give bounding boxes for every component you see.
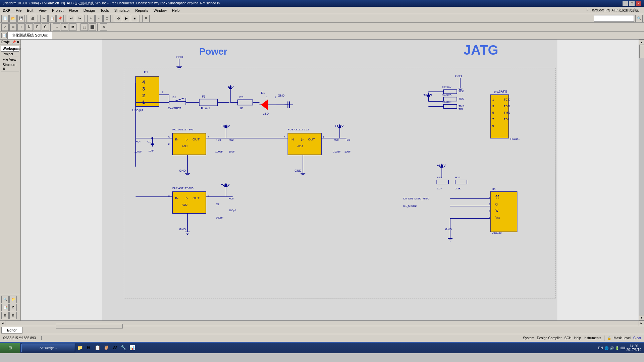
tb2-wire[interactable]: ⟋ bbox=[1, 23, 9, 31]
tool-4[interactable]: 🖹 bbox=[9, 304, 17, 311]
h-scrollbar[interactable]: ◄ ► bbox=[0, 320, 644, 326]
tb2-component[interactable]: C bbox=[42, 23, 49, 31]
tab-icon[interactable]: 📄 bbox=[1, 33, 7, 38]
scroll-right-btn[interactable]: ► bbox=[639, 321, 644, 326]
tool-2[interactable]: 📁 bbox=[9, 296, 17, 303]
scroll-up-btn[interactable]: ▲ bbox=[639, 40, 644, 45]
tb-open[interactable]: 📂 bbox=[9, 15, 17, 22]
tray-keyboard[interactable]: ⌨ bbox=[621, 346, 625, 350]
menu-reports[interactable]: Reports bbox=[132, 7, 151, 14]
tb-redo[interactable]: ↪ bbox=[76, 15, 83, 22]
status-instruments[interactable]: Instruments bbox=[584, 336, 601, 340]
svg-rect-50 bbox=[172, 133, 206, 155]
status-sch[interactable]: SCH bbox=[565, 336, 572, 340]
menu-simulator[interactable]: Simulator bbox=[112, 7, 132, 14]
tb2-select[interactable]: ⬚ bbox=[80, 23, 88, 31]
schematic[interactable]: Power JATG GND P1 4 3 2 1 USB接? bbox=[21, 40, 639, 320]
svg-text:2: 2 bbox=[142, 93, 145, 98]
h-scroll-thumb[interactable] bbox=[56, 324, 123, 328]
search-box[interactable] bbox=[594, 15, 634, 22]
tb-zoom-out[interactable]: - bbox=[95, 15, 103, 22]
tb2-deselect[interactable]: ⬛ bbox=[89, 23, 96, 31]
start-button[interactable]: ⊞ bbox=[0, 343, 20, 353]
tb-cross[interactable]: ✕ bbox=[142, 15, 150, 22]
taskbar-icon-explorer[interactable]: 📁 bbox=[76, 344, 84, 352]
menu-project[interactable]: Project bbox=[49, 7, 66, 14]
taskbar-icon-word[interactable]: W bbox=[111, 344, 119, 352]
svg-text:JATG: JATG bbox=[499, 89, 507, 93]
tb-undo[interactable]: ↩ bbox=[68, 15, 75, 22]
tb2-flip[interactable]: ⇌ bbox=[69, 23, 76, 31]
tb-cut[interactable]: ✂ bbox=[40, 15, 48, 22]
tb-run[interactable]: ▶ bbox=[123, 15, 130, 22]
taskbar-icon-owl[interactable]: 🦉 bbox=[102, 344, 110, 352]
menu-window[interactable]: Window bbox=[151, 7, 169, 14]
tb-save[interactable]: 💾 bbox=[17, 15, 25, 22]
tb-zoom-in[interactable]: + bbox=[87, 15, 95, 22]
panel-tab-fileview[interactable]: File View bbox=[1, 57, 19, 62]
tb2-netlabel[interactable]: N bbox=[25, 23, 33, 31]
menu-tools[interactable]: Tools bbox=[98, 7, 112, 14]
scroll-thumb[interactable] bbox=[639, 45, 644, 58]
taskbar-icon-tool[interactable]: 🔧 bbox=[119, 344, 127, 352]
maximize-btn[interactable]: □ bbox=[629, 1, 635, 6]
taskbar-app-1[interactable]: Alt+Design... bbox=[21, 344, 75, 352]
tb2-align[interactable]: ↔ bbox=[53, 23, 60, 31]
menu-help[interactable]: Help bbox=[169, 7, 182, 14]
tab-schematic[interactable]: 老化测试系统 SchDoc bbox=[7, 32, 52, 39]
tb2-rotate[interactable]: ↻ bbox=[61, 23, 68, 31]
canvas-area[interactable]: Power JATG GND P1 4 3 2 1 USB接? bbox=[21, 40, 639, 320]
tb-copy[interactable]: 📋 bbox=[48, 15, 56, 22]
tray-volume[interactable]: 🔊 bbox=[610, 346, 614, 350]
tb2-bus[interactable]: ═ bbox=[9, 23, 17, 31]
menu-edit[interactable]: Edit bbox=[24, 7, 36, 14]
panel-close[interactable]: ✕ bbox=[16, 40, 19, 44]
svg-text:5: 5 bbox=[492, 111, 494, 114]
status-system[interactable]: System bbox=[523, 336, 534, 340]
tb2-cross[interactable]: ✕ bbox=[100, 23, 107, 31]
editor-tab[interactable]: Editor bbox=[1, 327, 22, 334]
menu-place[interactable]: Place bbox=[66, 7, 81, 14]
panel-tab-workspace[interactable]: Workspace bbox=[1, 46, 19, 52]
menu-view[interactable]: View bbox=[36, 7, 49, 14]
taskbar-icon-monitor[interactable]: 🖥 bbox=[85, 344, 93, 352]
tray-en[interactable]: EN bbox=[598, 346, 603, 350]
tool-1[interactable]: 🔍 bbox=[1, 296, 9, 303]
panel-tab-structure[interactable]: Structure E bbox=[1, 62, 19, 71]
tb-compile[interactable]: ⚙ bbox=[115, 15, 122, 22]
tray-battery[interactable]: 🔋 bbox=[615, 346, 619, 350]
scroll-track[interactable] bbox=[639, 45, 644, 315]
menu-design[interactable]: Design bbox=[81, 7, 98, 14]
search-btn[interactable]: 🔍 bbox=[635, 15, 643, 22]
tb-zoom-fit[interactable]: ⊡ bbox=[103, 15, 111, 22]
close-btn[interactable]: ✕ bbox=[636, 1, 641, 6]
tool-6[interactable]: ⊟ bbox=[9, 312, 17, 319]
tb-stop[interactable]: ■ bbox=[131, 15, 138, 22]
svg-text:GND: GND bbox=[176, 55, 183, 59]
panel-tab-project[interactable]: Project bbox=[1, 52, 19, 57]
clock[interactable]: 14:26 2017/3/10 bbox=[627, 344, 642, 352]
svg-text:GND: GND bbox=[294, 169, 301, 172]
tb2-junction[interactable]: • bbox=[17, 23, 25, 31]
clear-btn[interactable]: Clear bbox=[633, 336, 641, 340]
tool-5[interactable]: ⊞ bbox=[1, 312, 9, 319]
scroll-left-btn[interactable]: ◄ bbox=[0, 321, 5, 326]
minimize-btn[interactable]: _ bbox=[623, 1, 628, 6]
status-help[interactable]: Help bbox=[574, 336, 581, 340]
menu-dxp[interactable]: DXP bbox=[0, 7, 13, 14]
tool-3[interactable]: 📑 bbox=[1, 304, 9, 311]
panel-pin[interactable]: 📌 bbox=[12, 40, 16, 44]
svg-text:IN: IN bbox=[175, 137, 178, 141]
tb-paste[interactable]: 📌 bbox=[56, 15, 64, 22]
scroll-down-btn[interactable]: ▼ bbox=[639, 315, 644, 320]
v-scrollbar[interactable]: ▲ ▼ bbox=[639, 40, 644, 320]
tb-print[interactable]: 🖨 bbox=[29, 15, 36, 22]
menu-file[interactable]: File bbox=[13, 7, 24, 14]
tb-new[interactable]: 📄 bbox=[1, 15, 9, 22]
tray-network[interactable]: 🌐 bbox=[604, 346, 608, 350]
tb2-power[interactable]: P bbox=[34, 23, 41, 31]
status-design-compiler[interactable]: Design Compiler bbox=[537, 336, 562, 340]
taskbar-icon-notepad[interactable]: 📋 bbox=[93, 344, 101, 352]
svg-text:TDI: TDI bbox=[504, 118, 508, 121]
taskbar-icon-chart[interactable]: 📊 bbox=[128, 344, 136, 352]
